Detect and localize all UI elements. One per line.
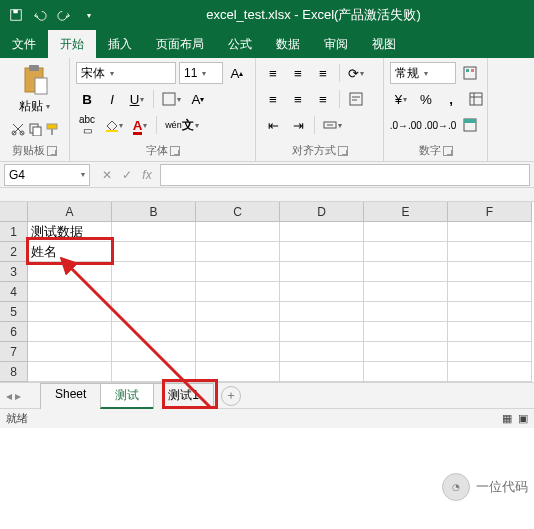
cell-D5[interactable] <box>280 302 364 322</box>
ribbon-tab-0[interactable]: 文件 <box>0 30 48 58</box>
cell-E7[interactable] <box>364 342 448 362</box>
cell-F1[interactable] <box>448 222 532 242</box>
copy-icon[interactable] <box>28 122 42 139</box>
view-layout-icon[interactable]: ▣ <box>518 412 528 425</box>
cell-A6[interactable] <box>28 322 112 342</box>
align-right-icon[interactable]: ≡ <box>312 88 334 110</box>
cond-format-icon[interactable] <box>459 62 481 84</box>
cell-styles-icon[interactable] <box>459 114 481 136</box>
border-button[interactable]: ▾ <box>159 88 184 110</box>
row-header[interactable]: 4 <box>0 282 28 302</box>
font-dialog-launcher[interactable] <box>170 146 180 156</box>
cell-A4[interactable] <box>28 282 112 302</box>
underline-button[interactable]: U▾ <box>126 88 148 110</box>
phonetic-button[interactable]: abc▭ <box>76 114 98 136</box>
sheet-tab[interactable]: 测试1 <box>153 383 214 409</box>
cell-B3[interactable] <box>112 262 196 282</box>
format-table-icon[interactable] <box>465 88 487 110</box>
tab-nav[interactable]: ◂ ▸ <box>6 389 21 403</box>
align-top-icon[interactable]: ≡ <box>262 62 284 84</box>
row-header[interactable]: 3 <box>0 262 28 282</box>
redo-icon[interactable] <box>54 5 74 25</box>
row-header[interactable]: 6 <box>0 322 28 342</box>
cell-C5[interactable] <box>196 302 280 322</box>
cell-E6[interactable] <box>364 322 448 342</box>
percent-icon[interactable]: % <box>415 88 437 110</box>
col-header[interactable]: C <box>196 202 280 222</box>
col-header[interactable]: E <box>364 202 448 222</box>
decrease-indent-icon[interactable]: ⇤ <box>262 114 284 136</box>
decrease-font-icon[interactable]: A▾ <box>187 88 209 110</box>
increase-font-icon[interactable]: A▴ <box>226 62 248 84</box>
wrap-text-icon[interactable] <box>345 88 367 110</box>
cell-D2[interactable] <box>280 242 364 262</box>
row-header[interactable]: 7 <box>0 342 28 362</box>
cell-A1[interactable]: 测试数据 <box>28 222 112 242</box>
format-painter-icon[interactable] <box>45 122 59 139</box>
cell-D3[interactable] <box>280 262 364 282</box>
cell-A2[interactable]: 姓名 <box>28 242 112 262</box>
cell-A8[interactable] <box>28 362 112 382</box>
cell-C6[interactable] <box>196 322 280 342</box>
ribbon-tab-5[interactable]: 数据 <box>264 30 312 58</box>
cell-E5[interactable] <box>364 302 448 322</box>
number-dialog-launcher[interactable] <box>443 146 453 156</box>
font-size-combo[interactable]: 11▾ <box>179 62 223 84</box>
cell-D6[interactable] <box>280 322 364 342</box>
row-header[interactable]: 5 <box>0 302 28 322</box>
cell-D7[interactable] <box>280 342 364 362</box>
ruby-button[interactable]: wén文▾ <box>162 114 202 136</box>
bold-button[interactable]: B <box>76 88 98 110</box>
cell-F8[interactable] <box>448 362 532 382</box>
paste-dropdown-icon[interactable]: ▾ <box>46 102 50 111</box>
cell-F4[interactable] <box>448 282 532 302</box>
cell-C8[interactable] <box>196 362 280 382</box>
ribbon-tab-1[interactable]: 开始 <box>48 30 96 58</box>
cell-C2[interactable] <box>196 242 280 262</box>
qat-dropdown-icon[interactable]: ▾ <box>79 5 99 25</box>
ribbon-tab-2[interactable]: 插入 <box>96 30 144 58</box>
font-color-button[interactable]: A▾ <box>129 114 151 136</box>
ribbon-tab-4[interactable]: 公式 <box>216 30 264 58</box>
col-header[interactable]: A <box>28 202 112 222</box>
cell-A7[interactable] <box>28 342 112 362</box>
cut-icon[interactable] <box>11 122 25 139</box>
sheet-tab[interactable]: Sheet <box>40 383 101 409</box>
cell-E1[interactable] <box>364 222 448 242</box>
col-header[interactable]: B <box>112 202 196 222</box>
align-center-icon[interactable]: ≡ <box>287 88 309 110</box>
cell-F2[interactable] <box>448 242 532 262</box>
view-normal-icon[interactable]: ▦ <box>502 412 512 425</box>
align-dialog-launcher[interactable] <box>338 146 348 156</box>
increase-indent-icon[interactable]: ⇥ <box>287 114 309 136</box>
cell-E8[interactable] <box>364 362 448 382</box>
cell-B6[interactable] <box>112 322 196 342</box>
select-all-corner[interactable] <box>0 202 28 222</box>
cell-F6[interactable] <box>448 322 532 342</box>
ribbon-tab-7[interactable]: 视图 <box>360 30 408 58</box>
cell-A5[interactable] <box>28 302 112 322</box>
row-header[interactable]: 1 <box>0 222 28 242</box>
sheet-tab[interactable]: 测试 <box>100 383 154 409</box>
increase-decimal-icon[interactable]: .0→.00 <box>390 114 422 136</box>
cell-B5[interactable] <box>112 302 196 322</box>
cell-D1[interactable] <box>280 222 364 242</box>
cell-A3[interactable] <box>28 262 112 282</box>
col-header[interactable]: D <box>280 202 364 222</box>
cell-F3[interactable] <box>448 262 532 282</box>
merge-button[interactable]: ▾ <box>320 114 345 136</box>
cell-B7[interactable] <box>112 342 196 362</box>
cell-B8[interactable] <box>112 362 196 382</box>
new-sheet-button[interactable]: ＋ <box>221 386 241 406</box>
ribbon-tab-3[interactable]: 页面布局 <box>144 30 216 58</box>
cell-C1[interactable] <box>196 222 280 242</box>
align-middle-icon[interactable]: ≡ <box>287 62 309 84</box>
align-bottom-icon[interactable]: ≡ <box>312 62 334 84</box>
fx-icon[interactable]: fx <box>138 168 156 182</box>
paste-button[interactable]: 粘贴 <box>19 98 43 115</box>
clipboard-dialog-launcher[interactable] <box>47 146 57 156</box>
ribbon-tab-6[interactable]: 审阅 <box>312 30 360 58</box>
cell-D8[interactable] <box>280 362 364 382</box>
cell-E3[interactable] <box>364 262 448 282</box>
font-name-combo[interactable]: 宋体▾ <box>76 62 176 84</box>
